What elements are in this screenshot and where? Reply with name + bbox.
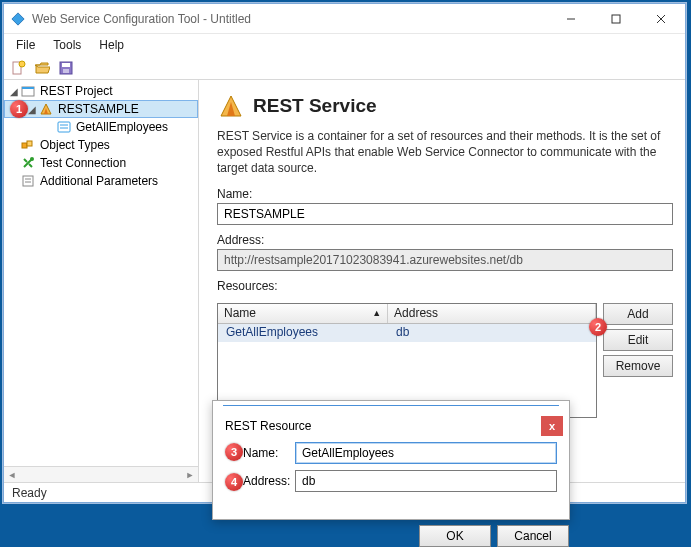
collapse-icon[interactable]: ◢ xyxy=(8,86,20,97)
tree-label: RESTSAMPLE xyxy=(58,102,139,116)
sort-asc-icon: ▲ xyxy=(372,308,381,318)
open-button[interactable] xyxy=(32,58,52,78)
test-connection-icon xyxy=(20,155,36,171)
tree-label: REST Project xyxy=(40,84,112,98)
scroll-right-icon[interactable]: ► xyxy=(182,467,198,482)
cell-name: GetAllEmployees xyxy=(218,324,388,342)
window-title: Web Service Configuration Tool - Untitle… xyxy=(32,12,548,26)
dlg-address-input[interactable] xyxy=(295,470,557,492)
tree-label: Additional Parameters xyxy=(40,174,158,188)
callout-marker-3: 3 xyxy=(225,443,243,461)
svg-point-19 xyxy=(30,157,34,161)
tree-label: GetAllEmployees xyxy=(76,120,168,134)
tree-object-types[interactable]: Object Types xyxy=(4,136,198,154)
svg-rect-14 xyxy=(58,122,70,132)
tree-restsample[interactable]: ◢ RESTSAMPLE xyxy=(4,100,198,118)
tree-label: Object Types xyxy=(40,138,110,152)
service-icon xyxy=(38,101,54,117)
app-icon xyxy=(10,11,26,27)
col-name-label: Name xyxy=(224,306,256,320)
address-label: Address: xyxy=(217,233,673,247)
toolbar xyxy=(4,56,685,80)
add-button[interactable]: Add xyxy=(603,303,673,325)
tree-test-connection[interactable]: Test Connection xyxy=(4,154,198,172)
params-icon xyxy=(20,173,36,189)
cell-addr: db xyxy=(388,324,596,342)
svg-rect-17 xyxy=(22,143,27,148)
svg-rect-18 xyxy=(27,141,32,146)
remove-button[interactable]: Remove xyxy=(603,355,673,377)
rest-service-icon xyxy=(217,92,245,120)
svg-rect-20 xyxy=(23,176,33,186)
svg-rect-9 xyxy=(63,69,69,73)
project-icon xyxy=(20,83,36,99)
dialog-close-button[interactable]: x xyxy=(541,416,563,436)
callout-marker-1: 1 xyxy=(10,100,28,118)
ok-button[interactable]: OK xyxy=(419,525,491,547)
tree-label: Test Connection xyxy=(40,156,126,170)
project-tree[interactable]: ◢ REST Project ◢ RESTSAMPLE GetAllEmploy… xyxy=(4,80,198,466)
minimize-button[interactable] xyxy=(548,5,593,33)
menu-file[interactable]: File xyxy=(8,37,43,53)
callout-marker-4: 4 xyxy=(225,473,243,491)
callout-marker-2: 2 xyxy=(589,318,607,336)
menu-tools[interactable]: Tools xyxy=(45,37,89,53)
tree-getallemployees[interactable]: GetAllEmployees xyxy=(4,118,198,136)
col-name[interactable]: Name ▲ xyxy=(218,304,388,323)
menubar: File Tools Help xyxy=(4,34,685,56)
svg-rect-2 xyxy=(612,15,620,23)
titlebar: Web Service Configuration Tool - Untitle… xyxy=(4,4,685,34)
edit-button[interactable]: Edit xyxy=(603,329,673,351)
scroll-track[interactable] xyxy=(20,467,182,482)
resources-label: Resources: xyxy=(217,279,673,293)
svg-rect-8 xyxy=(62,63,70,67)
cancel-button[interactable]: Cancel xyxy=(497,525,569,547)
service-description: REST Service is a container for a set of… xyxy=(217,128,673,177)
service-name-input[interactable] xyxy=(217,203,673,225)
svg-point-6 xyxy=(19,61,25,67)
maximize-button[interactable] xyxy=(593,5,638,33)
col-addr-label: Address xyxy=(394,306,438,320)
menu-help[interactable]: Help xyxy=(91,37,132,53)
new-button[interactable] xyxy=(8,58,28,78)
close-icon: x xyxy=(549,420,555,432)
svg-rect-11 xyxy=(22,87,34,89)
scroll-left-icon[interactable]: ◄ xyxy=(4,467,20,482)
service-address-input[interactable] xyxy=(217,249,673,271)
name-label: Name: xyxy=(217,187,673,201)
dlg-name-input[interactable] xyxy=(295,442,557,464)
table-row[interactable]: GetAllEmployees db xyxy=(218,324,596,342)
rest-resource-dialog: REST Resource x Name: Address: OK Cancel… xyxy=(212,400,570,520)
svg-marker-0 xyxy=(12,12,24,24)
table-header[interactable]: Name ▲ Address xyxy=(218,304,596,324)
status-text: Ready xyxy=(12,486,47,500)
sidebar-scrollbar[interactable]: ◄ ► xyxy=(4,466,198,482)
tree-root[interactable]: ◢ REST Project xyxy=(4,82,198,100)
save-button[interactable] xyxy=(56,58,76,78)
close-button[interactable] xyxy=(638,5,683,33)
sidebar: ◢ REST Project ◢ RESTSAMPLE GetAllEmploy… xyxy=(4,80,199,482)
col-address[interactable]: Address xyxy=(388,304,596,323)
page-title: REST Service xyxy=(253,95,377,117)
tree-additional-params[interactable]: Additional Parameters xyxy=(4,172,198,190)
dialog-title: REST Resource xyxy=(225,419,541,433)
object-types-icon xyxy=(20,137,36,153)
method-icon xyxy=(56,119,72,135)
